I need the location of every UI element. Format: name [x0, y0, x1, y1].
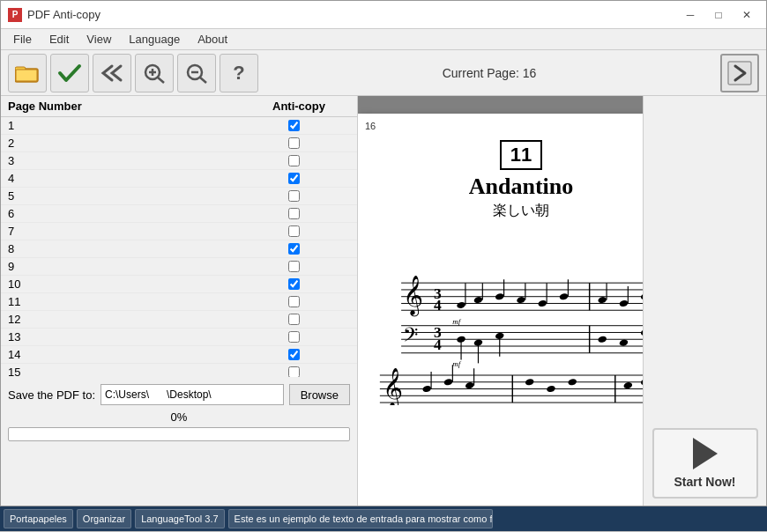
minimize-button[interactable]: ─ [678, 6, 703, 24]
page-row[interactable]: 7 [1, 223, 357, 240]
page-row[interactable]: 3 [1, 152, 357, 170]
anticopy-checkbox[interactable] [288, 366, 300, 377]
title-bar: P PDF Anti-copy ─ □ ✕ [1, 1, 766, 29]
svg-text:4: 4 [434, 336, 442, 353]
page-row[interactable]: 10 [1, 276, 357, 293]
page-row[interactable]: 5 [1, 188, 357, 205]
progress-label: 0% [8, 410, 350, 424]
music-subtitle: 楽しい朝 [376, 202, 643, 220]
page-number-label: 4 [8, 172, 279, 185]
close-button[interactable]: ✕ [734, 6, 759, 24]
page-check-cell [279, 190, 350, 202]
col-page-header: Page Number [8, 100, 264, 113]
section-number-box: 11 [500, 140, 542, 170]
taskbar: Portapapeles Organizar LanguageTool 3.7 … [0, 506, 767, 531]
current-page-label: Current Page: 16 [262, 66, 717, 80]
svg-point-19 [456, 301, 465, 309]
maximize-button[interactable]: □ [706, 6, 731, 24]
anticopy-checkbox[interactable] [288, 261, 300, 272]
page-row[interactable]: 4 [1, 170, 357, 188]
page-check-cell [279, 120, 350, 131]
page-row[interactable]: 9 [1, 258, 357, 276]
page-check-cell [279, 261, 350, 272]
next-page-button[interactable] [720, 54, 759, 92]
start-panel: Start Now! [643, 96, 766, 506]
app-icon: P [8, 8, 22, 22]
anticopy-checkbox[interactable] [288, 243, 300, 255]
window-controls: ─ □ ✕ [678, 6, 759, 24]
pdf-page: 16 11 Andantino 楽しい朝 [358, 114, 643, 506]
svg-line-6 [158, 78, 164, 83]
staff-group-1: 𝄞 3 4 [401, 275, 643, 325]
anticopy-checkbox[interactable] [288, 314, 300, 325]
page-number-label: 12 [8, 313, 279, 326]
page-row[interactable]: 13 [1, 329, 357, 346]
anticopy-checkbox[interactable] [288, 225, 300, 237]
anticopy-checkbox[interactable] [288, 331, 300, 343]
start-now-button[interactable]: Start Now! [652, 428, 758, 499]
browse-button[interactable]: Browse [289, 384, 350, 405]
main-content: Page Number Anti-copy 123456789101112131… [1, 96, 766, 506]
page-number-label: 14 [8, 348, 279, 361]
page-check-cell [279, 278, 350, 290]
zoom-in-button[interactable] [135, 54, 174, 92]
svg-text:mf: mf [452, 359, 461, 368]
pdf-preview-panel: 16 11 Andantino 楽しい朝 [358, 96, 643, 506]
anticopy-checkbox[interactable] [288, 190, 300, 202]
svg-point-66 [443, 378, 453, 386]
save-path-input[interactable] [101, 384, 284, 405]
svg-text:𝄞: 𝄞 [403, 275, 423, 317]
page-row[interactable]: 6 [1, 205, 357, 223]
svg-point-55 [598, 336, 607, 344]
svg-text:mf: mf [452, 317, 461, 326]
back-button[interactable] [93, 54, 131, 92]
anticopy-checkbox[interactable] [288, 173, 300, 184]
svg-text:𝄞: 𝄞 [383, 367, 403, 405]
music-staff-svg: 𝄞 3 4 [376, 229, 643, 405]
page-number-label: 15 [8, 366, 279, 377]
music-title: Andantino [376, 174, 643, 200]
anticopy-checkbox[interactable] [288, 278, 300, 290]
pdf-scroll-container[interactable]: 16 11 Andantino 楽しい朝 [358, 96, 643, 506]
svg-point-73 [568, 378, 577, 386]
page-row[interactable]: 11 [1, 293, 357, 311]
open-folder-button[interactable] [8, 54, 47, 92]
menu-file[interactable]: File [4, 31, 41, 48]
page-row[interactable]: 8 [1, 240, 357, 258]
anticopy-checkbox[interactable] [288, 137, 300, 149]
menu-about[interactable]: About [189, 31, 236, 48]
window-title: PDF Anti-copy [27, 8, 678, 21]
page-row[interactable]: 2 [1, 135, 357, 152]
anticopy-checkbox[interactable] [288, 349, 300, 360]
page-row[interactable]: 1 [1, 117, 357, 135]
svg-line-9 [200, 78, 206, 83]
page-row[interactable]: 15 [1, 364, 357, 377]
anticopy-checkbox[interactable] [288, 120, 300, 131]
taskbar-item-3[interactable]: Este es un ejemplo de texto de entrada p… [228, 509, 493, 528]
page-row[interactable]: 12 [1, 311, 357, 329]
pdf-page-number: 16 [365, 121, 376, 131]
help-button[interactable]: ? [220, 54, 258, 92]
svg-text:4: 4 [434, 296, 442, 314]
taskbar-item-0[interactable]: Portapapeles [4, 509, 73, 528]
zoom-out-button[interactable] [177, 54, 216, 92]
page-list[interactable]: 12345678910111213141516 [1, 117, 357, 377]
anticopy-checkbox[interactable] [288, 208, 300, 219]
page-row[interactable]: 14 [1, 346, 357, 364]
menu-view[interactable]: View [78, 31, 120, 48]
page-check-cell [279, 173, 350, 184]
menu-edit[interactable]: Edit [41, 31, 78, 48]
taskbar-item-1[interactable]: Organizar [77, 509, 131, 528]
zoom-out-icon [184, 63, 209, 84]
anticopy-checkbox[interactable] [288, 155, 300, 166]
taskbar-item-2[interactable]: LanguageTool 3.7 [135, 509, 224, 528]
anticopy-checkbox[interactable] [288, 296, 300, 307]
svg-rect-2 [16, 70, 37, 81]
svg-point-33 [598, 296, 607, 304]
menu-language[interactable]: Language [120, 31, 189, 48]
check-button[interactable] [50, 54, 89, 92]
save-row: Save the PDF to: Browse [8, 384, 350, 405]
current-page-value: 16 [523, 66, 537, 80]
page-check-cell [279, 296, 350, 307]
folder-icon [15, 63, 40, 83]
